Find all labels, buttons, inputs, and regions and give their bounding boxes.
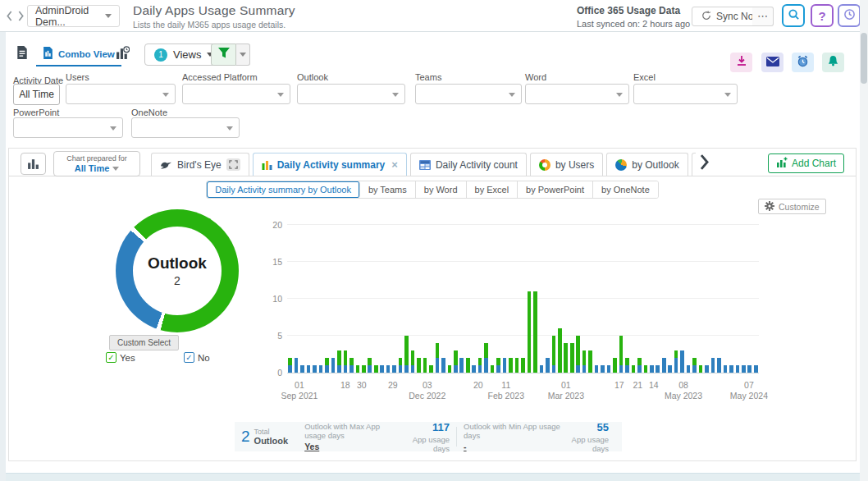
header-divider <box>0 31 868 32</box>
stacked-bar <box>650 365 654 373</box>
stacked-bar <box>625 358 629 373</box>
stacked-bar <box>729 365 733 373</box>
subtab-daily-activity-summary-by-outlook[interactable]: Daily Activity summary by Outlook <box>207 181 360 198</box>
stacked-bar <box>674 350 678 373</box>
more-options-button[interactable]: ⋯ <box>752 7 774 26</box>
filter-select-users[interactable] <box>66 84 176 104</box>
stacked-bar <box>692 358 697 373</box>
left-gutter <box>0 32 6 481</box>
stacked-bar <box>711 358 715 373</box>
activity-date-value[interactable]: All Time <box>13 84 60 105</box>
subtab-by-onenote[interactable]: by OneNote <box>593 181 658 198</box>
gridline <box>287 261 759 262</box>
tab-by-users[interactable]: by Users <box>530 153 603 176</box>
chart-tab-strip: Bird's EyeDaily Activity summary×Daily A… <box>151 153 696 176</box>
filter-select-accessed-platform[interactable] <box>182 84 290 104</box>
filter-dropdown-button[interactable] <box>236 44 250 66</box>
tabs-scroll-right-icon[interactable] <box>699 154 710 173</box>
subtab-by-word[interactable]: by Word <box>416 181 467 198</box>
filter-select-onenote[interactable] <box>131 117 240 138</box>
expand-icon[interactable] <box>226 158 240 171</box>
tab-daily-activity-summary[interactable]: Daily Activity summary× <box>253 153 407 176</box>
alarm-clock-icon <box>797 55 809 71</box>
filter-select-word[interactable] <box>525 84 629 104</box>
x-axis-tick: 17 <box>614 380 624 391</box>
min-usage-key[interactable]: - <box>464 442 561 451</box>
help-button[interactable]: ? <box>811 4 834 27</box>
legend-checkbox-yes[interactable]: ✓Yes <box>106 352 135 363</box>
filter-select-powerpoint[interactable] <box>13 117 123 138</box>
email-button[interactable] <box>761 53 783 72</box>
workspace-selector[interactable]: AdminDroid Dem... <box>27 5 120 27</box>
min-usage-title: Outlook with Min App usage days <box>464 422 561 440</box>
history-button[interactable] <box>838 4 861 27</box>
chart-subtab-strip: Daily Activity summary by Outlookby Team… <box>9 181 856 199</box>
stacked-bar <box>687 365 691 373</box>
stacked-bar <box>742 365 746 373</box>
stacked-bar <box>632 365 636 373</box>
stacked-bar <box>540 365 544 373</box>
tab-label: Daily Activity count <box>436 159 518 171</box>
chart-prepared-for-selector[interactable]: Chart prepared for All Time <box>53 151 140 176</box>
download-button[interactable] <box>730 53 752 72</box>
custom-select-button[interactable]: Custom Select <box>109 335 179 350</box>
schedule-button[interactable] <box>792 53 814 72</box>
caret-down-icon <box>277 93 284 97</box>
close-icon[interactable]: × <box>391 158 398 171</box>
tab-combo-view[interactable]: Combo View <box>36 43 121 66</box>
chart-type-button[interactable] <box>21 153 46 175</box>
x-axis-tick: 01Sep 2021 <box>281 380 318 401</box>
nav-back-icon[interactable] <box>6 10 17 21</box>
search-icon <box>788 8 800 24</box>
stacked-bar <box>595 365 599 373</box>
x-axis-tick: 30 <box>357 380 367 391</box>
add-chart-button[interactable]: Add Chart <box>768 153 844 173</box>
caret-down-icon <box>509 93 515 97</box>
search-button[interactable] <box>782 4 805 27</box>
scrollbar-thumb[interactable] <box>861 33 867 84</box>
stacked-bar <box>576 336 580 373</box>
caret-down-icon <box>616 93 623 97</box>
legend-checkbox-no[interactable]: ✓No <box>184 352 210 363</box>
caret-down-icon <box>240 53 246 57</box>
bar-chart-x-axis: 01Sep 202118302903Dec 20222011Feb 202301… <box>287 380 759 405</box>
subtab-by-powerpoint[interactable]: by PowerPoint <box>518 181 593 198</box>
tab-by-outlook[interactable]: by Outlook <box>606 153 688 176</box>
stacked-bar <box>478 358 482 373</box>
filter-select-outlook[interactable] <box>297 84 405 104</box>
customize-button[interactable]: Customize <box>758 199 826 214</box>
stacked-bar <box>313 365 317 373</box>
stacked-bar <box>717 358 721 373</box>
stacked-bar <box>528 291 532 373</box>
stacked-bar <box>699 365 703 373</box>
caret-down-icon <box>162 93 169 97</box>
filter-select-excel[interactable] <box>633 84 738 104</box>
tab-by-team[interactable]: by Team <box>692 153 696 176</box>
tab-label: Bird's Eye <box>177 159 222 171</box>
caret-down-icon <box>392 93 399 97</box>
chart-view-icon[interactable] <box>116 46 130 62</box>
stacked-bar <box>362 365 366 373</box>
page-title-block: Daily Apps Usage Summary Lists the daily… <box>133 3 295 30</box>
bar-chart-icon <box>262 160 272 170</box>
filter-select-teams[interactable] <box>415 84 522 104</box>
max-usage-key[interactable]: Yes <box>304 442 403 451</box>
tab-daily-activity-count[interactable]: Daily Activity count <box>410 153 527 176</box>
legend-label: No <box>198 353 210 363</box>
stacked-bar <box>521 358 525 373</box>
stacked-bar <box>319 365 323 373</box>
stacked-bar <box>515 358 519 373</box>
subtab-by-excel[interactable]: by Excel <box>467 181 519 198</box>
alerts-button[interactable] <box>822 53 844 72</box>
subtab-by-teams[interactable]: by Teams <box>360 181 416 198</box>
min-usage-unit: App usage days <box>561 435 609 453</box>
stacked-bar <box>637 358 642 373</box>
checkbox-icon: ✓ <box>184 352 194 363</box>
tab-bird-s-eye[interactable]: Bird's Eye <box>151 153 249 176</box>
stacked-bar <box>436 343 440 373</box>
filter-button[interactable] <box>211 44 236 66</box>
views-count-badge: 1 <box>154 48 167 62</box>
stacked-bar <box>509 358 513 373</box>
report-view-icon[interactable] <box>16 46 28 62</box>
stacked-bar <box>307 365 311 373</box>
